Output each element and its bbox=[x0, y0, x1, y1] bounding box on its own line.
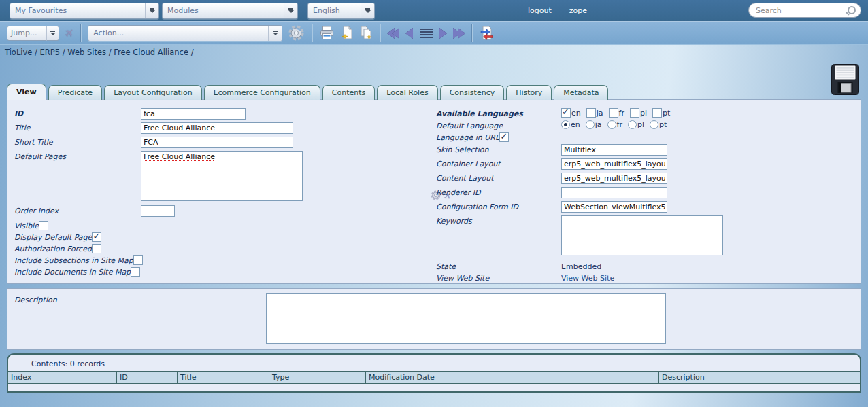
renderer-id-input[interactable] bbox=[561, 187, 667, 198]
username: zope bbox=[569, 6, 587, 15]
description-textarea[interactable] bbox=[266, 293, 666, 344]
favourites-dropdown[interactable]: My Favourites bbox=[10, 3, 159, 19]
authorization-forced-label: Authorization Forced bbox=[14, 243, 92, 253]
language-dropdown-label: English bbox=[308, 6, 340, 15]
tab-ecommerce-configuration[interactable]: Ecommerce Configuration bbox=[204, 85, 320, 100]
column-header-title[interactable]: Title bbox=[178, 372, 269, 383]
state-value: Embedded bbox=[561, 261, 855, 271]
visible-checkbox[interactable] bbox=[39, 221, 48, 230]
toolbar-separator bbox=[471, 24, 473, 42]
language-dropdown[interactable]: English bbox=[307, 3, 375, 19]
session-info: logout zope bbox=[528, 0, 587, 21]
available-languages-label: Available Languages bbox=[436, 108, 561, 118]
tab-predicate[interactable]: Predicate bbox=[48, 85, 102, 100]
lang-pt-checkbox[interactable] bbox=[652, 108, 662, 118]
container-layout-input[interactable] bbox=[561, 158, 667, 170]
action-wheel-icon[interactable] bbox=[287, 24, 305, 43]
keywords-label: Keywords bbox=[436, 215, 561, 226]
search-icon[interactable] bbox=[848, 6, 856, 14]
lang-fr-label: fr bbox=[619, 109, 624, 118]
include-subsections-checkbox[interactable] bbox=[133, 255, 143, 265]
default-lang-pl-label: pl bbox=[637, 120, 644, 129]
jump-plane-icon[interactable]: ✈ bbox=[65, 24, 74, 43]
chevron-down-icon bbox=[284, 3, 297, 18]
default-lang-pt-label: pt bbox=[659, 120, 667, 129]
configuration-form-id-label: Configuration Form ID bbox=[436, 201, 561, 211]
new-document-icon[interactable] bbox=[341, 24, 354, 43]
tab-view[interactable]: View bbox=[7, 84, 46, 100]
column-header-type[interactable]: Type bbox=[269, 372, 366, 383]
tab-local-roles[interactable]: Local Roles bbox=[377, 85, 437, 100]
contents-table-header: Index ID Title Type Modification Date De… bbox=[8, 371, 860, 384]
short-title-input[interactable] bbox=[141, 137, 293, 148]
view-web-site-link[interactable]: View Web Site bbox=[561, 272, 855, 283]
default-lang-ja-label: ja bbox=[595, 120, 602, 129]
default-lang-en-label: en bbox=[571, 120, 580, 129]
first-page-icon[interactable] bbox=[387, 24, 399, 43]
search-input[interactable] bbox=[748, 3, 861, 18]
content-layout-label: Content Layout bbox=[436, 173, 561, 183]
column-header-modification-date[interactable]: Modification Date bbox=[366, 372, 659, 383]
tab-history[interactable]: History bbox=[506, 85, 552, 100]
include-documents-checkbox[interactable] bbox=[131, 267, 140, 277]
modules-dropdown[interactable]: Modules bbox=[162, 3, 298, 19]
default-lang-ja-radio[interactable] bbox=[586, 120, 595, 129]
form-right-column: Available Languages en ja fr pl pt Defau… bbox=[436, 108, 855, 285]
short-title-label: Short Title bbox=[14, 137, 141, 147]
save-icon[interactable] bbox=[831, 64, 859, 97]
print-icon[interactable] bbox=[319, 24, 335, 43]
visible-label: Visible bbox=[14, 220, 39, 230]
language-in-url-label: Language in URL bbox=[436, 132, 499, 142]
lang-fr-checkbox[interactable] bbox=[609, 108, 618, 118]
configuration-form-id-input[interactable] bbox=[561, 201, 667, 213]
import-export-icon[interactable] bbox=[479, 24, 495, 43]
chevron-down-icon[interactable] bbox=[46, 26, 59, 41]
column-header-index[interactable]: Index bbox=[8, 372, 117, 383]
action-dropdown-label: Action... bbox=[88, 29, 124, 37]
lang-ja-checkbox[interactable] bbox=[586, 108, 596, 118]
toolbar: Jump... ✈ Action... bbox=[0, 21, 868, 45]
include-subsections-label: Include Subsections in Site Map bbox=[14, 255, 133, 265]
column-header-id[interactable]: ID bbox=[117, 372, 178, 383]
default-lang-fr-radio[interactable] bbox=[607, 120, 616, 129]
default-pages-textarea[interactable]: Free Cloud Alliance bbox=[141, 151, 303, 201]
lang-en-checkbox[interactable] bbox=[561, 108, 571, 118]
state-label: State bbox=[436, 261, 561, 271]
tab-layout-configuration[interactable]: Layout Configuration bbox=[104, 85, 202, 100]
skin-selection-input[interactable] bbox=[561, 144, 667, 156]
tab-consistency[interactable]: Consistency bbox=[440, 85, 505, 100]
chevron-down-icon bbox=[268, 26, 282, 41]
lang-pl-checkbox[interactable] bbox=[630, 108, 639, 118]
action-dropdown[interactable]: Action... bbox=[88, 25, 282, 41]
logout-link[interactable]: logout bbox=[528, 6, 552, 15]
breadcrumb[interactable]: TioLive / ERP5 / Web Sites / Free Cloud … bbox=[5, 48, 194, 57]
default-lang-pt-radio[interactable] bbox=[650, 120, 658, 129]
default-pages-label: Default Pages bbox=[14, 151, 141, 161]
order-index-label: Order Index bbox=[14, 205, 141, 215]
title-label: Title bbox=[14, 122, 141, 132]
column-header-description[interactable]: Description bbox=[659, 372, 860, 383]
toolbar-separator bbox=[380, 24, 381, 42]
keywords-textarea[interactable] bbox=[561, 215, 723, 255]
jump-dropdown[interactable]: Jump... bbox=[7, 26, 59, 41]
language-in-url-checkbox[interactable] bbox=[499, 132, 509, 142]
default-lang-pl-radio[interactable] bbox=[628, 120, 637, 129]
order-index-input[interactable] bbox=[141, 205, 175, 217]
last-page-icon[interactable] bbox=[453, 24, 465, 43]
tab-contents[interactable]: Contents bbox=[322, 85, 375, 100]
default-lang-en-radio[interactable] bbox=[561, 120, 570, 129]
list-icon[interactable] bbox=[420, 24, 433, 43]
previous-page-icon[interactable] bbox=[405, 24, 413, 43]
lang-pt-label: pt bbox=[663, 109, 670, 118]
default-lang-fr-label: fr bbox=[617, 120, 622, 129]
content-layout-input[interactable] bbox=[561, 173, 667, 184]
id-input[interactable] bbox=[141, 108, 246, 120]
display-default-page-checkbox[interactable] bbox=[92, 232, 101, 242]
skin-selection-label: Skin Selection bbox=[436, 144, 561, 154]
title-input[interactable] bbox=[141, 122, 293, 134]
tab-metadata[interactable]: Metadata bbox=[554, 85, 608, 100]
copy-icon[interactable] bbox=[359, 24, 373, 43]
view-form-panel: ID Title Short Title Default Pages Free … bbox=[7, 99, 861, 284]
next-page-icon[interactable] bbox=[439, 24, 447, 43]
authorization-forced-checkbox[interactable] bbox=[92, 244, 101, 253]
